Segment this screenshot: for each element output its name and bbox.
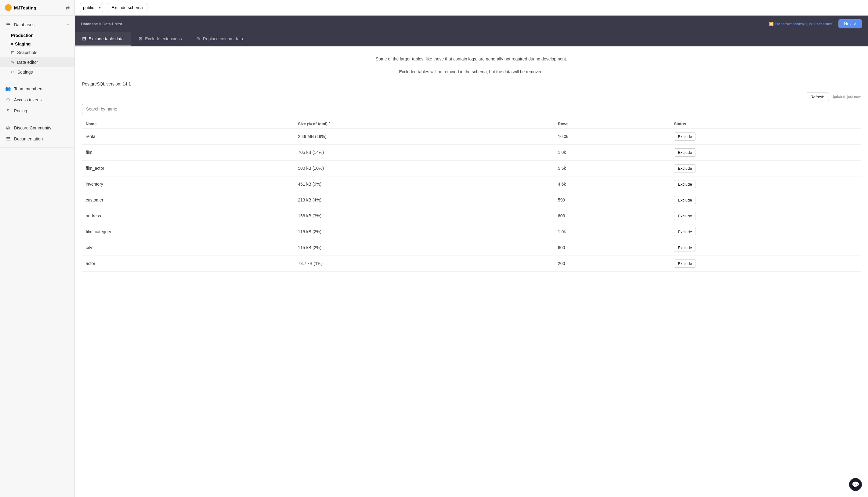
- cell-rows: 603: [554, 208, 670, 224]
- table-row: address 156 kB (3%) 603 Exclude: [82, 208, 861, 224]
- sidebar-item-settings[interactable]: ⚙ Settings: [0, 67, 74, 77]
- discord-icon: ◎: [5, 125, 11, 131]
- status-header: Status: [674, 122, 686, 126]
- tab-replace-column-label: Replace column data: [203, 36, 243, 41]
- table-row: film_actor 500 kB (10%) 5.5k Exclude: [82, 160, 861, 176]
- cell-size: 500 kB (10%): [294, 160, 554, 176]
- info-line2: Excluded tables will be retained in the …: [82, 68, 861, 75]
- cell-name: rental: [82, 129, 294, 144]
- tab-replace-column[interactable]: ✎ Replace column data: [189, 32, 250, 46]
- sidebar-item-documentation[interactable]: ☰ Documentation: [0, 133, 74, 144]
- search-input[interactable]: [82, 104, 149, 114]
- exclude-button[interactable]: Exclude: [674, 228, 696, 236]
- breadcrumb-separator: >: [99, 22, 102, 26]
- cell-size: 156 kB (3%): [294, 208, 554, 224]
- team-icon: 👥: [5, 86, 11, 91]
- tab-exclude-extensions[interactable]: ⚙ Exclude extensions: [131, 32, 189, 46]
- cell-action: Exclude: [670, 240, 861, 256]
- cell-rows: 600: [554, 240, 670, 256]
- breadcrumb-right: 🔀 Transformations(0, in 1 schemas) Next …: [769, 19, 862, 28]
- database-icon: ☰: [5, 22, 11, 27]
- cell-rows: 1.0k: [554, 144, 670, 160]
- transformations-count: (0, in 1 schemas): [803, 22, 834, 26]
- pricing-label: Pricing: [14, 108, 70, 113]
- cell-size: 115 kB (2%): [294, 224, 554, 240]
- snapshots-label: Snapshots: [17, 50, 37, 55]
- schema-select[interactable]: public: [79, 3, 103, 12]
- main-area: public Exclude schema Database > Data Ed…: [75, 0, 868, 497]
- add-database-button[interactable]: +: [66, 22, 70, 28]
- cell-rows: 1.0k: [554, 224, 670, 240]
- exclude-button[interactable]: Exclude: [674, 164, 696, 172]
- sidebar-item-data-editor[interactable]: ✎ Data editor: [0, 57, 74, 67]
- breadcrumb-part1: Database: [81, 22, 98, 26]
- exclude-button[interactable]: Exclude: [674, 180, 696, 188]
- swap-icon[interactable]: ⇄: [66, 5, 70, 11]
- exclude-extensions-icon: ⚙: [138, 36, 143, 42]
- transformations-link[interactable]: 🔀 Transformations(0, in 1 schemas): [769, 22, 834, 26]
- cell-action: Exclude: [670, 208, 861, 224]
- sidebar-item-access-tokens[interactable]: ⊙ Access tokens: [0, 94, 74, 105]
- staging-dot: [11, 43, 13, 45]
- cell-name: actor: [82, 256, 294, 271]
- transformations-label: Transformations: [775, 22, 803, 26]
- documentation-label: Documentation: [14, 137, 70, 141]
- updated-text: Updated: just now: [831, 95, 861, 99]
- cell-action: Exclude: [670, 129, 861, 144]
- sidebar-item-databases[interactable]: ☰ Databases +: [0, 19, 74, 30]
- cell-rows: 5.5k: [554, 160, 670, 176]
- sidebar-item-snapshots[interactable]: ⊡ Snapshots: [0, 48, 74, 57]
- team-section: 👥 Team members ⊙ Access tokens $ Pricing: [0, 80, 74, 119]
- cell-size: 213 kB (4%): [294, 192, 554, 208]
- app-logo: MJTesting: [5, 4, 36, 11]
- table-header: Name Size (% of total) ˅ Rows Status: [82, 119, 861, 129]
- exclude-button[interactable]: Exclude: [674, 196, 696, 204]
- content-area: Database > Data Editor 🔀 Transformations…: [75, 16, 868, 497]
- docs-icon: ☰: [5, 136, 11, 142]
- exclude-button[interactable]: Exclude: [674, 212, 696, 220]
- col-status: Status: [670, 119, 861, 129]
- col-size: Size (% of total) ˅: [294, 119, 554, 129]
- sort-name[interactable]: Name: [86, 122, 97, 126]
- sidebar-item-discord[interactable]: ◎ Discord Community: [0, 123, 74, 133]
- refresh-button[interactable]: Refresh: [806, 93, 829, 101]
- cell-action: Exclude: [670, 160, 861, 176]
- data-editor-icon: ✎: [11, 60, 15, 65]
- exclude-table-icon: ⊟: [82, 36, 86, 42]
- info-line1: Some of the larger tables, like those th…: [82, 56, 861, 62]
- tab-exclude-table[interactable]: ⊟ Exclude table data: [75, 32, 131, 46]
- pg-version: PostgreSQL version: 14.1: [82, 82, 861, 86]
- exclude-schema-button[interactable]: Exclude schema: [107, 3, 147, 12]
- token-icon: ⊙: [5, 97, 11, 103]
- exclude-button[interactable]: Exclude: [674, 148, 696, 157]
- staging-item: Staging: [0, 39, 74, 48]
- table-row: film_category 115 kB (2%) 1.0k Exclude: [82, 224, 861, 240]
- chat-bubble[interactable]: 💬: [849, 478, 862, 491]
- settings-icon: ⚙: [11, 70, 15, 74]
- community-section: ◎ Discord Community ☰ Documentation: [0, 119, 74, 148]
- team-members-label: Team members: [14, 86, 70, 91]
- cell-size: 2.49 MB (49%): [294, 129, 554, 144]
- sort-size[interactable]: Size (% of total) ˅: [298, 122, 331, 126]
- data-editor-label: Data editor: [17, 60, 38, 65]
- logo-circle: [5, 4, 12, 11]
- table-row: rental 2.49 MB (49%) 16.0k Exclude: [82, 129, 861, 144]
- next-button[interactable]: Next >: [838, 19, 862, 28]
- snapshots-icon: ⊡: [11, 50, 15, 55]
- breadcrumb-part2: Data Editor: [103, 22, 122, 26]
- databases-section: ☰ Databases + Production Staging ⊡ Snaps…: [0, 16, 74, 80]
- exclude-button[interactable]: Exclude: [674, 259, 696, 268]
- cell-rows: 16.0k: [554, 129, 670, 144]
- settings-label: Settings: [17, 70, 33, 74]
- cell-name: address: [82, 208, 294, 224]
- exclude-button[interactable]: Exclude: [674, 132, 696, 141]
- cell-rows: 4.6k: [554, 176, 670, 192]
- cell-size: 451 kB (9%): [294, 176, 554, 192]
- sidebar-item-pricing[interactable]: $ Pricing: [0, 105, 74, 116]
- sidebar-item-team-members[interactable]: 👥 Team members: [0, 83, 74, 94]
- rows-header: Rows: [558, 122, 568, 126]
- exclude-button[interactable]: Exclude: [674, 244, 696, 252]
- table-row: city 115 kB (2%) 600 Exclude: [82, 240, 861, 256]
- topbar: public Exclude schema: [75, 0, 868, 16]
- table-row: inventory 451 kB (9%) 4.6k Exclude: [82, 176, 861, 192]
